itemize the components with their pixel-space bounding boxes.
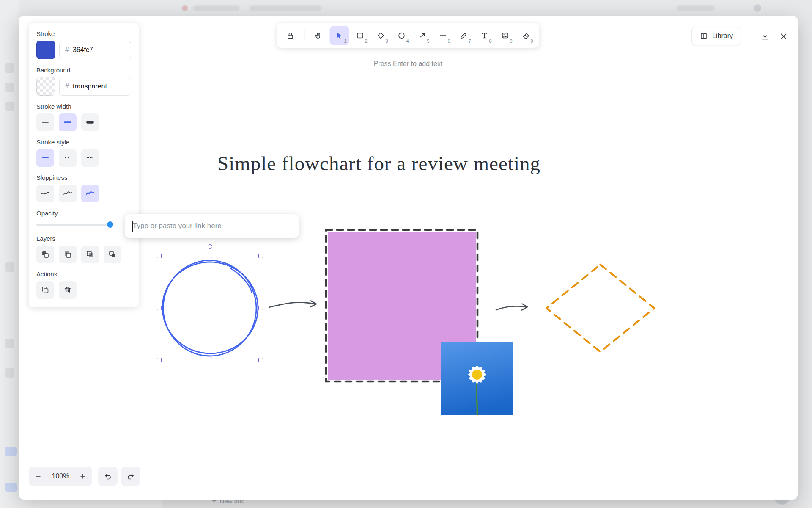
selection-tool-button[interactable]: 1 (330, 26, 349, 45)
tool-toolbar: 1 2 3 4 5 (277, 23, 539, 48)
background-hex-value: transparent (73, 83, 107, 90)
diamond-shape[interactable] (546, 265, 654, 352)
plus-icon (79, 472, 87, 480)
stroke-style-solid-button[interactable] (36, 149, 54, 167)
diamond-tool-button[interactable]: 3 (371, 26, 391, 45)
resize-handle-top-right[interactable] (258, 254, 263, 258)
background-app-sidebar (0, 0, 19, 508)
stroke-width-label: Stroke width (36, 103, 131, 110)
diamond-icon (377, 31, 385, 40)
resize-handle-bottom-right[interactable] (258, 358, 263, 362)
text-tool-button[interactable]: 8 (475, 26, 494, 45)
zoom-level[interactable]: 100% (47, 472, 74, 480)
stroke-label: Stroke (36, 30, 131, 37)
sidebar-item-hint (5, 368, 14, 378)
background-app-icon (754, 4, 761, 12)
download-icon (760, 32, 770, 41)
medium-line-icon (63, 118, 72, 127)
hand-tool-button[interactable] (309, 26, 329, 45)
sidebar-item-hint (5, 102, 14, 111)
zoom-group: 100% (29, 467, 92, 486)
layers-label: Layers (36, 235, 131, 242)
opacity-label: Opacity (36, 210, 131, 217)
undo-button[interactable] (98, 467, 118, 486)
sidebar-item-hint (5, 64, 14, 73)
send-to-back-icon (41, 250, 49, 259)
whiteboard-modal: Simple flowchart for a review meeting St… (19, 16, 798, 500)
export-button[interactable] (757, 28, 773, 44)
resize-handle-mid-left[interactable] (157, 306, 162, 310)
sidebar-item-hint (5, 262, 14, 272)
opacity-slider-thumb[interactable] (107, 221, 113, 228)
shortcut-label: 5 (427, 39, 429, 44)
ellipse-tool-button[interactable]: 4 (392, 26, 411, 45)
redo-button[interactable] (121, 467, 140, 486)
library-button[interactable]: Library (691, 27, 741, 45)
shortcut-label: 8 (489, 39, 491, 44)
stroke-hex-input[interactable]: # 364fc7 (59, 41, 131, 59)
resize-handle-top-left[interactable] (157, 254, 162, 258)
rectangle-icon (356, 31, 365, 40)
daisy-image[interactable] (441, 342, 513, 415)
draw-tool-button[interactable]: 7 (454, 26, 474, 45)
line-tool-button[interactable]: 6 (433, 26, 453, 45)
dashed-line-icon (63, 154, 72, 162)
resize-handle-mid-right[interactable] (258, 306, 263, 310)
lock-tool-button[interactable] (281, 26, 300, 45)
hash-prefix: # (65, 83, 69, 90)
stroke-style-dotted-button[interactable] (81, 149, 99, 167)
bring-to-front-button[interactable] (104, 246, 121, 263)
resize-handle-bottom-left[interactable] (157, 358, 162, 362)
send-backward-icon (63, 250, 72, 259)
background-label: Background (36, 66, 131, 74)
sloppiness-artist-button[interactable] (59, 185, 77, 202)
sidebar-item-hint (5, 483, 17, 492)
background-hex-input[interactable]: # transparent (59, 77, 131, 96)
rotate-handle[interactable] (208, 244, 212, 249)
dotted-line-icon (86, 154, 94, 162)
resize-handle-bottom-center[interactable] (208, 358, 212, 362)
stroke-style-dashed-button[interactable] (59, 149, 77, 167)
canvas-hint-text: Press Enter to add text (374, 60, 443, 68)
arrow-tool-button[interactable]: 5 (413, 26, 432, 45)
shortcut-label: 0 (530, 39, 533, 44)
opacity-slider[interactable] (36, 221, 113, 228)
line-icon (439, 31, 447, 40)
delete-button[interactable] (59, 281, 77, 299)
selection-bounding-box[interactable] (159, 256, 261, 360)
resize-handle-top-center[interactable] (208, 254, 212, 258)
properties-panel: Stroke # 364fc7 Background # transparent… (29, 23, 139, 307)
link-input[interactable] (125, 214, 299, 238)
canvas-title-text[interactable]: Simple flowchart for a review meeting (217, 152, 606, 175)
background-app-text (250, 5, 321, 11)
hand-icon (315, 31, 323, 40)
send-to-back-button[interactable] (36, 246, 54, 263)
shortcut-label: 6 (447, 39, 450, 44)
send-backward-button[interactable] (59, 246, 77, 263)
zoom-toolbar: 100% (29, 467, 140, 486)
stroke-color-swatch[interactable] (36, 41, 55, 59)
eraser-icon (522, 31, 530, 40)
solid-line-icon (41, 154, 49, 162)
background-color-swatch[interactable] (36, 77, 55, 96)
rectangle-tool-button[interactable]: 2 (351, 26, 370, 45)
stroke-width-thin-button[interactable] (36, 113, 54, 131)
eraser-tool-button[interactable]: 0 (516, 26, 536, 45)
sloppiness-cartoonist-button[interactable] (81, 185, 99, 202)
text-icon (480, 31, 489, 40)
sloppiness-architect-button[interactable] (36, 185, 54, 202)
close-button[interactable] (776, 28, 792, 44)
toolbar-divider (304, 30, 305, 41)
bring-forward-button[interactable] (81, 246, 99, 263)
image-tool-button[interactable]: 9 (496, 26, 515, 45)
shortcut-label: 4 (406, 39, 409, 44)
shortcut-label: 1 (344, 39, 346, 44)
duplicate-button[interactable] (36, 281, 54, 299)
zoom-in-button[interactable] (74, 467, 92, 486)
zoom-out-button[interactable] (29, 467, 47, 486)
arrow-connector-1[interactable] (269, 301, 316, 308)
stroke-width-bold-button[interactable] (59, 113, 77, 131)
arrow-connector-2[interactable] (496, 304, 527, 310)
stroke-width-extrabold-button[interactable] (81, 113, 99, 131)
opacity-slider-track[interactable] (36, 224, 113, 226)
